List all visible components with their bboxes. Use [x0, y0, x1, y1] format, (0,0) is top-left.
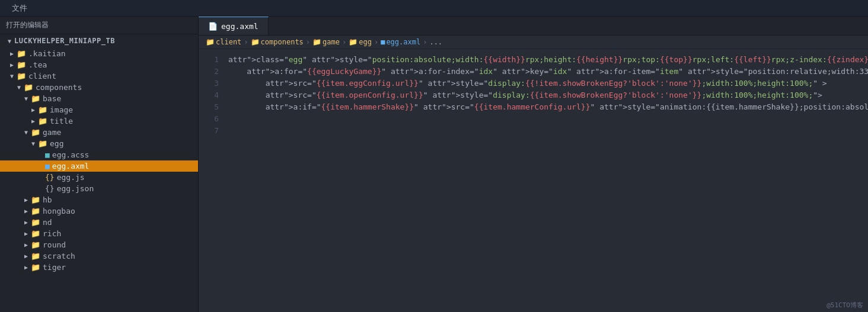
code-line: 3 attr">src="{{item.eggConfig.url}}" att… — [199, 78, 868, 89]
tree-arrow: ▶ — [21, 230, 31, 237]
tree-item-egg-axml[interactable]: ■egg.axml — [0, 160, 198, 172]
bc-folder-icon-2: 📁 — [312, 38, 321, 46]
tree-arrow: ▼ — [7, 73, 17, 79]
tree-item-client[interactable]: ▼📁client — [0, 70, 198, 82]
folder-icon: 📁 — [38, 139, 47, 148]
line-number: 4 — [199, 89, 228, 101]
tree-arrow: ▼ — [14, 84, 24, 91]
tree-item-egg[interactable]: ▼📁egg — [0, 138, 198, 149]
tree-label: title — [50, 117, 198, 126]
tree-label: egg.axml — [52, 162, 198, 171]
tree-label: egg.json — [57, 184, 198, 193]
watermark: @51CTO博客 — [826, 301, 863, 310]
tree-label: egg — [50, 139, 198, 148]
folder-icon: 📁 — [31, 195, 40, 204]
tree-label: rich — [43, 229, 198, 238]
tree-arrow: ▶ — [21, 219, 31, 226]
line-number: 6 — [199, 113, 228, 125]
breadcrumb-sep-0: › — [244, 38, 248, 46]
tree-label: client — [28, 72, 198, 81]
tree-item-game[interactable]: ▼📁game — [0, 127, 198, 138]
tree-item-egg-json[interactable]: {}egg.json — [0, 183, 198, 194]
tree-arrow: ▶ — [28, 107, 38, 113]
line-content: attr">src="{{item.eggConfig.url}}" attr"… — [228, 78, 868, 89]
tree-item-round[interactable]: ▶📁round — [0, 239, 198, 250]
breadcrumb-sep-3: › — [374, 38, 378, 46]
folder-icon: 📁 — [31, 94, 40, 103]
tree-item-hongbao[interactable]: ▶📁hongbao — [0, 205, 198, 217]
line-number: 2 — [199, 66, 228, 78]
bc-folder-icon-3: 📁 — [349, 38, 358, 46]
line-content: attr">a:if="{{item.hammerShake}}" attr">… — [228, 101, 868, 113]
breadcrumb-item-3[interactable]: 📁egg — [349, 38, 372, 46]
tree-item-tiger[interactable]: ▶📁tiger — [0, 262, 198, 273]
tree-label: hongbao — [43, 207, 198, 215]
breadcrumb-sep-2: › — [342, 38, 346, 46]
tree-label: egg.js — [57, 173, 198, 182]
main-layout: 打开的编辑器 ▼ LUCKYHELPER_MINIAPP_TB ▶📁.kaiti… — [0, 17, 868, 312]
bc-folder-icon-1: 📁 — [251, 38, 260, 46]
tree-item-base[interactable]: ▼📁base — [0, 93, 198, 104]
folder-icon: 📁 — [31, 218, 40, 227]
line-number: 3 — [199, 78, 228, 89]
sidebar-open-editors-label: 打开的编辑器 — [6, 20, 49, 30]
tree-item-tea[interactable]: ▶📁.tea — [0, 59, 198, 70]
breadcrumb-item-5[interactable]: ... — [429, 38, 442, 46]
folder-icon: 📁 — [17, 72, 26, 81]
folder-icon: 📁 — [38, 105, 47, 114]
tree-arrow: ▶ — [7, 50, 17, 57]
line-content: attr">src="{{item.openConfig.url}}" attr… — [228, 89, 868, 101]
code-line: 6 — [199, 113, 868, 125]
breadcrumb-item-1[interactable]: 📁components — [251, 38, 304, 46]
tree-item-rich[interactable]: ▶📁rich — [0, 228, 198, 239]
breadcrumb-item-2[interactable]: 📁game — [312, 38, 340, 46]
tab-label: egg.axml — [221, 22, 259, 31]
breadcrumb-item-4[interactable]: ■egg.axml — [381, 38, 420, 46]
file-axml-icon: ■ — [45, 162, 50, 171]
menu-file[interactable]: 文件 — [6, 3, 33, 14]
line-number: 5 — [199, 101, 228, 113]
tree-arrow: ▶ — [21, 197, 31, 203]
sidebar: 打开的编辑器 ▼ LUCKYHELPER_MINIAPP_TB ▶📁.kaiti… — [0, 17, 199, 312]
breadcrumb-item-0[interactable]: 📁client — [206, 38, 241, 46]
tree-item-hb[interactable]: ▶📁hb — [0, 194, 198, 205]
code-line: 7 — [199, 125, 868, 137]
tree-arrow: ▶ — [21, 242, 31, 248]
line-number: 7 — [199, 125, 228, 137]
tree-label: base — [43, 94, 198, 103]
tree-label: tiger — [43, 263, 198, 272]
tree-item-nd[interactable]: ▶📁nd — [0, 217, 198, 228]
tree-item-scratch[interactable]: ▶📁scratch — [0, 250, 198, 262]
folder-icon: 📁 — [38, 117, 47, 126]
code-line: 5 attr">a:if="{{item.hammerShake}}" attr… — [199, 101, 868, 113]
menu-bar: 文件 — [0, 0, 868, 17]
breadcrumb-sep-4: › — [423, 38, 427, 46]
tree-item-egg-acss[interactable]: ■egg.acss — [0, 149, 198, 160]
editor-area: 📄 egg.axml 📁client›📁components›📁game›📁eg… — [199, 17, 868, 312]
tree-arrow: ▼ — [28, 140, 38, 147]
tree-item-egg-js[interactable]: {}egg.js — [0, 172, 198, 183]
tree-label: hb — [43, 195, 198, 204]
folder-icon: 📁 — [31, 240, 40, 249]
tree-arrow: ▼ — [21, 95, 31, 102]
code-line: 4 attr">src="{{item.openConfig.url}}" at… — [199, 89, 868, 101]
folder-icon: 📁 — [24, 83, 33, 92]
tree-item-kaitian[interactable]: ▶📁.kaitian — [0, 48, 198, 59]
folder-icon: 📁 — [17, 49, 26, 58]
tree-item-components[interactable]: ▼📁components — [0, 82, 198, 93]
tree-item-title[interactable]: ▶📁title — [0, 115, 198, 127]
code-editor[interactable]: 1attr">class="egg" attr">style="position… — [199, 49, 868, 312]
tree-arrow: ▶ — [28, 118, 38, 124]
tree-label: egg.acss — [52, 150, 198, 159]
tree-label: nd — [43, 218, 198, 227]
tree-item-image[interactable]: ▶📁image — [0, 104, 198, 115]
tree-label: round — [43, 240, 198, 249]
sidebar-tree[interactable]: ▶📁.kaitian▶📁.tea▼📁client▼📁components▼📁ba… — [0, 48, 198, 312]
tree-label: .kaitian — [28, 49, 198, 58]
tree-arrow: ▶ — [21, 264, 31, 271]
line-content — [228, 113, 868, 125]
line-content: attr">class="egg" attr">style="position:… — [228, 54, 868, 66]
code-line: 2 attr">a:for="{{eggLuckyGame}}" attr">a… — [199, 66, 868, 78]
tab-egg-axml[interactable]: 📄 egg.axml — [199, 17, 269, 35]
folder-icon: 📁 — [31, 128, 40, 137]
